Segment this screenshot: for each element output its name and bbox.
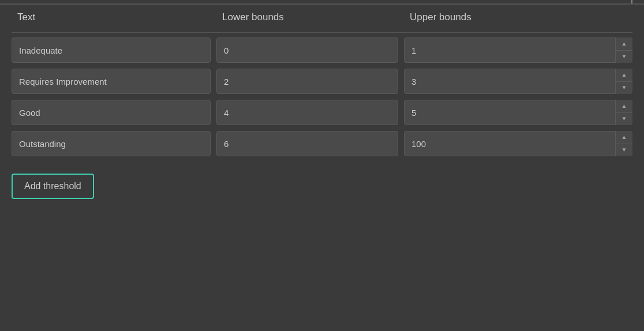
lower-bounds-cell-0 [216,37,404,63]
table-row: ▲ ▼ [12,100,632,125]
spinner-up-2[interactable]: ▲ [616,100,632,113]
top-indicator [631,0,632,3]
text-input-2[interactable] [12,100,211,125]
spinner-down-0[interactable]: ▼ [616,51,632,63]
lower-bounds-cell-1 [216,69,404,94]
lower-bounds-cell-2 [216,100,404,125]
upper-input-wrapper-0: ▲ ▼ [404,37,632,63]
upper-bounds-cell-2: ▲ ▼ [404,100,632,125]
upper-input-wrapper-3: ▲ ▼ [404,131,632,156]
lower-bounds-input-1[interactable] [216,69,398,94]
threshold-container: Text Lower bounds Upper bounds ▲ ▼ [0,5,644,210]
spinner-up-1[interactable]: ▲ [616,69,632,82]
spinner-0: ▲ ▼ [615,37,632,63]
spinner-down-2[interactable]: ▼ [616,113,632,126]
text-cell-3 [12,131,216,156]
column-headers: Text Lower bounds Upper bounds [12,5,632,33]
text-input-0[interactable] [12,37,211,63]
upper-bounds-cell-0: ▲ ▼ [404,37,632,63]
upper-input-wrapper-1: ▲ ▼ [404,69,632,94]
upper-bounds-cell-3: ▲ ▼ [404,131,632,156]
upper-bounds-input-1[interactable] [404,69,632,94]
upper-bounds-input-3[interactable] [404,131,632,156]
upper-bounds-cell-1: ▲ ▼ [404,69,632,94]
spinner-2: ▲ ▼ [615,100,632,125]
upper-bounds-input-2[interactable] [404,100,632,125]
lower-bounds-cell-3 [216,131,404,156]
rows-container: ▲ ▼ ▲ ▼ [12,37,632,156]
spinner-up-3[interactable]: ▲ [616,131,632,144]
upper-bounds-column-header: Upper bounds [404,12,632,23]
upper-bounds-input-0[interactable] [404,37,632,63]
table-row: ▲ ▼ [12,37,632,63]
text-cell-2 [12,100,216,125]
spinner-1: ▲ ▼ [615,69,632,94]
upper-input-wrapper-2: ▲ ▼ [404,100,632,125]
text-input-1[interactable] [12,69,211,94]
add-threshold-button[interactable]: Add threshold [12,174,94,199]
text-cell-1 [12,69,216,94]
lower-bounds-input-0[interactable] [216,37,398,63]
text-input-3[interactable] [12,131,211,156]
spinner-up-0[interactable]: ▲ [616,37,632,51]
spinner-down-3[interactable]: ▼ [616,144,632,157]
lower-bounds-column-header: Lower bounds [216,12,404,23]
table-row: ▲ ▼ [12,69,632,94]
lower-bounds-input-3[interactable] [216,131,398,156]
text-cell-0 [12,37,216,63]
text-column-header: Text [12,12,216,23]
spinner-3: ▲ ▼ [615,131,632,156]
table-row: ▲ ▼ [12,131,632,156]
spinner-down-1[interactable]: ▼ [616,82,632,95]
lower-bounds-input-2[interactable] [216,100,398,125]
